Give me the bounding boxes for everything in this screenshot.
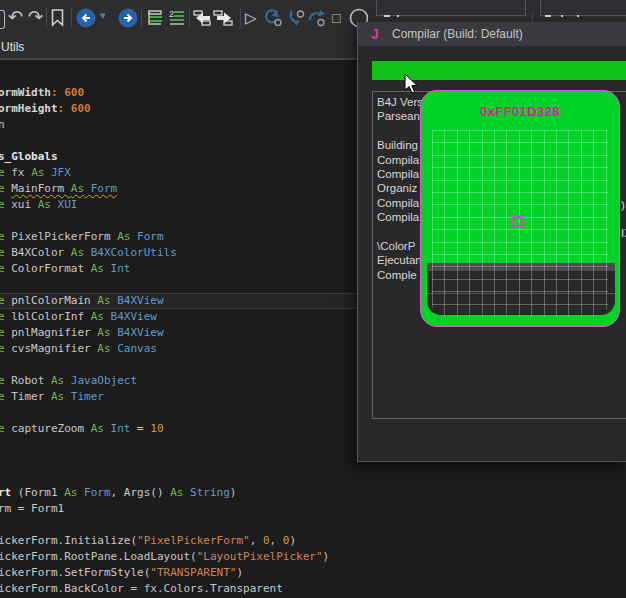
log-line: Parsean [377, 109, 426, 123]
log-line: Compila [377, 210, 426, 224]
code-line [0, 453, 329, 469]
pixel-picker-window[interactable]: 0xFF01D328 [420, 90, 620, 327]
code-line: ormWidth: 600 [0, 85, 329, 101]
undo-icon[interactable]: ↶ [8, 6, 23, 28]
code-line: e Timer As Timer [0, 389, 329, 405]
code-line: ickerForm.RootPane.LoadLayout("LayoutPix… [0, 549, 329, 565]
code-line [0, 469, 329, 485]
block-shift-right-icon[interactable] [213, 8, 233, 28]
log-line: Ejecutan [377, 253, 426, 267]
bookmark-icon[interactable] [51, 9, 65, 27]
build-config-combo[interactable] [540, 0, 626, 16]
code-line: e pnlMagnifier As B4XView [0, 325, 329, 341]
code-line [0, 277, 329, 293]
code-line [0, 133, 329, 149]
log-line: Compila [377, 153, 426, 167]
dialog-title: Compilar (Build: Default) [392, 27, 523, 41]
tab-utils[interactable]: Utils [1, 36, 24, 58]
code-line: e fx As JFX [0, 165, 329, 181]
code-line: ickerForm.Initialize("PixelPickerForm", … [0, 533, 329, 549]
step-into-icon[interactable] [287, 8, 307, 28]
code-line: ormHeight: 600 [0, 101, 329, 117]
log-line [377, 225, 426, 239]
mouse-cursor [404, 73, 419, 95]
dialog-titlebar[interactable]: J Compilar (Build: Default) [358, 22, 626, 46]
redo-icon[interactable]: ↷ [28, 6, 43, 28]
code-line: e B4XColor As B4XColorUtils [0, 245, 329, 261]
code-line [0, 357, 329, 373]
magnifier-center-pixel [512, 216, 523, 227]
code-line: e ColorFormat As Int [0, 261, 329, 277]
code-line [0, 517, 329, 533]
log-line: \ColorP [377, 239, 426, 253]
log-line: Comple [377, 268, 426, 282]
code-line: e PixelPickerForm As Form [0, 229, 329, 245]
step-out-icon[interactable] [307, 8, 327, 28]
code-line: e pnlColorMain As B4XView [0, 293, 329, 309]
log-line: B4J Versi [377, 95, 426, 109]
code-line: e captureZoom As Int = 10 [0, 421, 329, 437]
svg-text:2: 2 [169, 9, 174, 19]
compile-log-lines: B4J VersiParsean BuildingCompilaCompilaO… [377, 95, 426, 282]
code-line: e Robot As JavaObject [0, 373, 329, 389]
log-line-fragment: ) [621, 199, 625, 211]
uncomment-lines-icon[interactable]: 2 [168, 9, 186, 27]
code-line: rt (Form1 As Form, Args() As String) [0, 485, 329, 501]
code-line [0, 213, 329, 229]
stop-icon[interactable]: □ [332, 7, 340, 29]
navigate-forward-icon[interactable] [118, 8, 138, 28]
code-line: e cvsMagnifier As Canvas [0, 341, 329, 357]
block-shift-left-icon[interactable] [193, 8, 213, 28]
log-line: Building [377, 138, 426, 152]
code-line [0, 405, 329, 421]
code-line: n [0, 117, 329, 133]
log-line: Organiz [377, 181, 426, 195]
step-over-icon[interactable] [263, 8, 283, 28]
log-line: Compila [377, 167, 426, 181]
code-line: e xui As XUI [0, 197, 329, 213]
log-line [377, 124, 426, 138]
build-mode-combo[interactable] [376, 0, 526, 16]
code-line: ickerForm.SetFormStyle("TRANSPARENT") [0, 565, 329, 581]
code-line: rm = Form1 [0, 501, 329, 517]
log-line: Compila [377, 196, 426, 210]
log-line-fragment: IX [621, 227, 626, 239]
code-line: e lblColorInf As B4XView [0, 309, 329, 325]
b4j-logo-icon: J [371, 26, 379, 42]
clipboard-partial-icon[interactable] [0, 10, 5, 29]
navigate-back-icon[interactable] [76, 8, 96, 28]
color-value-label: 0xFF01D328 [421, 104, 619, 119]
comment-lines-icon[interactable] [147, 9, 165, 27]
code-line: e MainForm As Form [0, 181, 329, 197]
code-line: s_Globals [0, 149, 329, 165]
b4j-ide-screen: ormWidth: 600ormHeight: 600n s_Globalse … [0, 0, 626, 598]
code-line [0, 437, 329, 453]
run-icon[interactable]: ▷ [245, 7, 257, 29]
code-text: ormWidth: 600ormHeight: 600n s_Globalse … [0, 85, 329, 597]
navigate-back-dropdown-icon[interactable]: ▾ [100, 9, 106, 22]
compile-dialog: J Compilar (Build: Default) B4J VersiPar… [357, 22, 626, 462]
code-line: ickerForm.BackColor = fx.Colors.Transpar… [0, 581, 329, 597]
